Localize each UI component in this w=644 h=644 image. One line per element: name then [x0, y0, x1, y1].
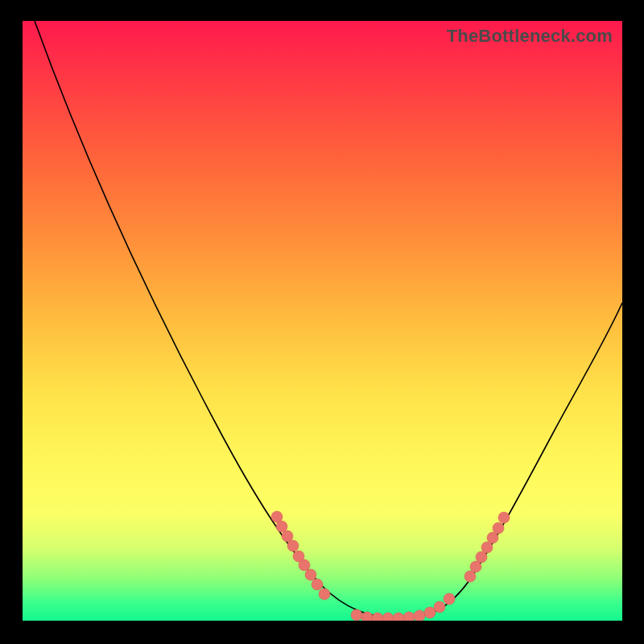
svg-point-1: [276, 521, 287, 532]
svg-point-16: [424, 607, 436, 618]
bottleneck-chart: [23, 21, 622, 621]
svg-point-19: [464, 571, 476, 582]
svg-point-9: [351, 609, 362, 621]
svg-point-15: [414, 610, 425, 621]
svg-point-21: [476, 551, 487, 563]
svg-point-2: [282, 530, 293, 542]
svg-point-13: [393, 613, 404, 621]
svg-point-3: [287, 540, 299, 551]
svg-point-18: [444, 593, 455, 605]
svg-point-5: [299, 559, 310, 571]
svg-point-14: [403, 612, 415, 621]
chart-frame: TheBottleneck.com: [23, 21, 622, 621]
svg-point-7: [312, 579, 323, 590]
svg-point-11: [372, 613, 383, 621]
svg-point-22: [481, 542, 493, 553]
svg-point-8: [319, 588, 330, 600]
svg-point-23: [487, 532, 498, 543]
svg-point-6: [305, 569, 316, 580]
dot-cluster-valley: [351, 593, 455, 621]
svg-point-12: [382, 613, 394, 621]
bottleneck-curve: [35, 21, 622, 618]
svg-point-10: [361, 612, 373, 621]
svg-point-20: [470, 561, 481, 572]
svg-point-24: [493, 522, 504, 534]
dot-cluster-left: [271, 511, 330, 600]
svg-point-17: [434, 601, 445, 613]
dot-cluster-right: [464, 512, 510, 582]
svg-point-25: [498, 512, 510, 523]
